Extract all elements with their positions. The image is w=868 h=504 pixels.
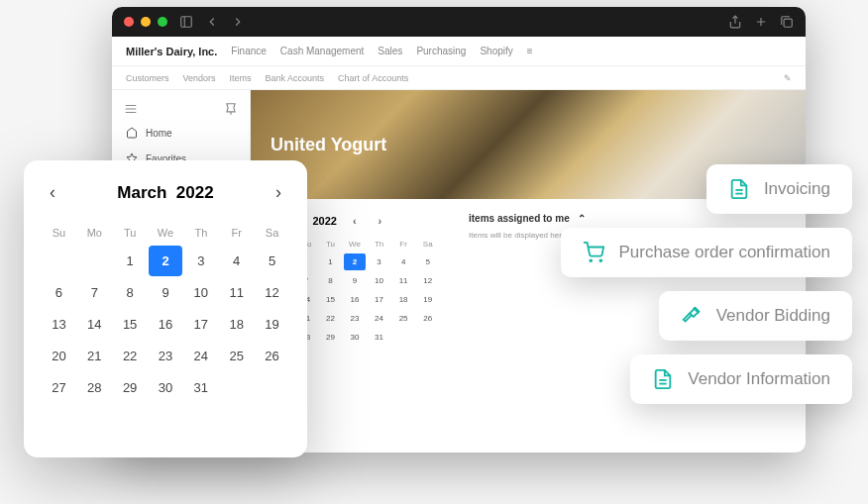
day-cell[interactable]: 4: [219, 246, 254, 276]
nav-items[interactable]: Items: [230, 73, 252, 83]
day-cell[interactable]: 21: [77, 341, 112, 371]
day-cell[interactable]: 18: [219, 309, 254, 340]
day-cell[interactable]: 12: [255, 277, 289, 308]
forward-icon[interactable]: [231, 15, 245, 29]
day-cell[interactable]: 10: [183, 277, 218, 308]
cal-prev-icon[interactable]: ‹: [42, 178, 63, 207]
day-cell[interactable]: 13: [42, 309, 76, 340]
day-cell[interactable]: 31: [368, 329, 390, 346]
nav-bank[interactable]: Bank Accounts: [266, 73, 325, 83]
day-cell[interactable]: 18: [392, 291, 415, 308]
day-cell[interactable]: 26: [255, 341, 289, 371]
day-cell[interactable]: 27: [42, 372, 76, 403]
day-cell[interactable]: 17: [183, 309, 218, 340]
day-cell[interactable]: 10: [368, 272, 390, 289]
nav-shopify[interactable]: Shopify: [480, 46, 512, 56]
chip-label: Vendor Information: [688, 369, 830, 389]
day-cell[interactable]: 15: [319, 291, 342, 308]
day-header: Th: [368, 237, 390, 252]
day-cell[interactable]: 8: [113, 277, 148, 308]
day-cell[interactable]: 19: [255, 309, 289, 340]
day-cell[interactable]: 5: [255, 246, 289, 276]
day-cell[interactable]: 6: [42, 277, 76, 308]
day-cell[interactable]: 11: [219, 277, 254, 308]
day-cell[interactable]: 30: [344, 329, 367, 346]
nav-coa[interactable]: Chart of Accounts: [338, 73, 408, 83]
day-cell[interactable]: 5: [416, 253, 439, 270]
mini-cal-prev-icon[interactable]: ‹: [347, 213, 363, 229]
sidebar-toggle-icon[interactable]: [179, 15, 193, 29]
chip-vendor-bidding[interactable]: Vendor Bidding: [659, 291, 852, 341]
cal-next-icon[interactable]: ›: [268, 178, 289, 207]
day-cell[interactable]: 1: [319, 253, 342, 270]
day-cell[interactable]: 24: [368, 310, 390, 327]
add-tab-icon[interactable]: [754, 15, 768, 29]
day-cell: [219, 372, 254, 403]
nav-sales[interactable]: Sales: [378, 46, 402, 56]
day-cell[interactable]: 9: [344, 272, 367, 289]
day-cell[interactable]: 29: [113, 372, 148, 403]
nav-finance[interactable]: Finance: [231, 46, 267, 56]
pin-icon[interactable]: [224, 102, 238, 116]
mini-cal-year: 2022: [312, 215, 336, 227]
chip-vendor-info[interactable]: Vendor Information: [630, 354, 852, 404]
day-cell[interactable]: 2: [344, 253, 367, 270]
day-cell[interactable]: 29: [319, 329, 342, 346]
day-cell[interactable]: 17: [368, 291, 390, 308]
day-cell[interactable]: 4: [392, 253, 415, 270]
assigned-title: items assigned to me: [469, 213, 570, 224]
day-cell[interactable]: 3: [183, 246, 218, 276]
day-cell[interactable]: 23: [344, 310, 367, 327]
action-chips: Invoicing Purchase order confirmation Ve…: [561, 164, 852, 404]
chip-invoicing[interactable]: Invoicing: [706, 164, 852, 214]
day-cell[interactable]: 7: [77, 277, 112, 308]
nav-purchasing[interactable]: Purchasing: [416, 46, 466, 56]
back-icon[interactable]: [205, 15, 219, 29]
maximize-icon[interactable]: [158, 17, 167, 27]
day-cell[interactable]: 8: [319, 272, 342, 289]
day-cell[interactable]: 23: [149, 341, 183, 371]
menu-icon[interactable]: [124, 102, 138, 116]
close-icon[interactable]: [124, 17, 134, 27]
share-icon[interactable]: [728, 15, 742, 29]
day-cell[interactable]: 1: [113, 246, 148, 276]
day-cell[interactable]: 31: [183, 372, 218, 403]
mini-cal-next-icon[interactable]: ›: [373, 213, 388, 229]
chip-purchase-order[interactable]: Purchase order confirmation: [561, 228, 852, 277]
day-header: Fr: [219, 221, 254, 245]
day-cell[interactable]: 19: [416, 291, 439, 308]
day-cell[interactable]: 16: [149, 309, 183, 340]
sidebar-item-home[interactable]: Home: [112, 120, 250, 146]
day-cell[interactable]: 15: [113, 309, 148, 340]
day-cell[interactable]: 24: [183, 341, 218, 371]
day-cell[interactable]: 16: [344, 291, 367, 308]
nav-cash[interactable]: Cash Management: [280, 46, 365, 56]
day-cell[interactable]: 28: [77, 372, 112, 403]
app-name[interactable]: Miller's Dairy, Inc.: [126, 46, 217, 57]
nav-more-icon[interactable]: ≡: [527, 46, 533, 56]
gavel-icon: [681, 305, 703, 327]
day-cell[interactable]: 3: [368, 253, 390, 270]
chip-label: Purchase order confirmation: [618, 243, 830, 262]
primary-nav: Miller's Dairy, Inc. Finance Cash Manage…: [112, 37, 806, 66]
edit-icon[interactable]: ✎: [784, 73, 792, 83]
tabs-icon[interactable]: [780, 15, 794, 29]
day-cell[interactable]: 2: [149, 246, 183, 276]
day-cell[interactable]: 22: [113, 341, 148, 371]
day-cell[interactable]: 26: [416, 310, 439, 327]
day-cell[interactable]: 12: [416, 272, 439, 289]
home-icon: [126, 127, 138, 139]
day-cell[interactable]: 30: [149, 372, 183, 403]
day-cell[interactable]: 25: [219, 341, 254, 371]
minimize-icon[interactable]: [141, 17, 151, 27]
day-cell[interactable]: 20: [42, 341, 76, 371]
day-cell[interactable]: 9: [149, 277, 183, 308]
day-cell[interactable]: 22: [319, 310, 342, 327]
day-cell: [416, 329, 439, 346]
nav-vendors[interactable]: Vendors: [183, 73, 216, 83]
nav-customers[interactable]: Customers: [126, 73, 169, 83]
day-cell[interactable]: 11: [392, 272, 415, 289]
day-cell[interactable]: 14: [77, 309, 112, 340]
day-cell[interactable]: 25: [392, 310, 415, 327]
cal-year: 2022: [176, 183, 214, 202]
